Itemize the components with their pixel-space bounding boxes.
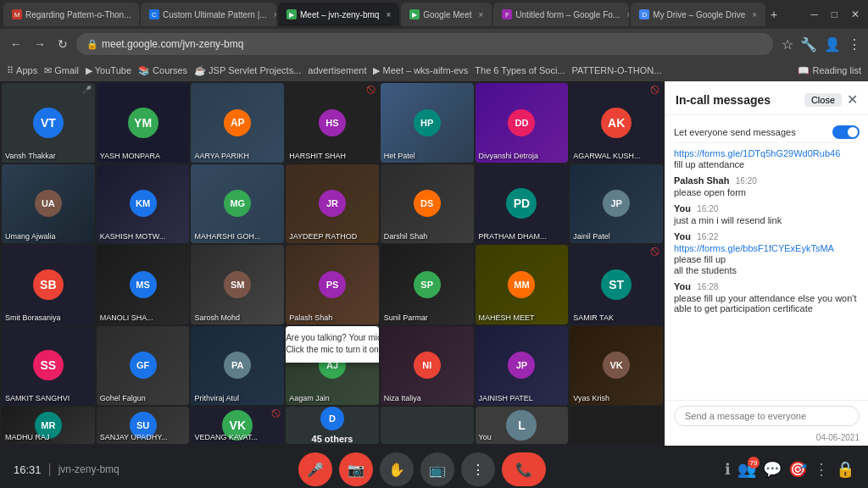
tile-aarya[interactable]: AP AARYA PARIKH: [191, 83, 284, 163]
safety-button[interactable]: 🔒: [836, 460, 854, 479]
tile-smit[interactable]: SB Smit Borasaniya: [2, 245, 95, 324]
tile-sanjay[interactable]: SU SANJAY UPADHY...: [97, 407, 190, 444]
new-tab-button[interactable]: +: [771, 8, 777, 21]
tile-prithvi[interactable]: PA Prithviraj Atul: [191, 326, 284, 406]
end-call-button[interactable]: 📞: [502, 452, 546, 486]
apps-bookmark[interactable]: ⠿ Apps: [7, 65, 37, 76]
close-window-button[interactable]: ✕: [846, 8, 865, 20]
tile-sarosh[interactable]: SM Sarosh Mohd: [191, 245, 284, 324]
tile-harshit[interactable]: HS HARSHIT SHAH 🚫: [286, 83, 379, 163]
extensions-button[interactable]: 🔧: [800, 36, 817, 53]
tile-het[interactable]: HP Het Patel: [381, 83, 474, 163]
info-button[interactable]: ℹ: [725, 460, 731, 479]
tile-sunil[interactable]: SP Sunil Parmar: [381, 245, 474, 324]
tile-jaydeep[interactable]: JR JAYDEEP RATHOD: [286, 164, 379, 244]
tab-close-2[interactable]: ×: [274, 10, 276, 19]
tab-5[interactable]: F Untitled form – Google Fo... ×: [493, 3, 629, 26]
tile-gohel[interactable]: GF Gohel Falgun: [97, 326, 190, 406]
ad-bookmark[interactable]: advertisement: [308, 65, 366, 75]
panel-close-button[interactable]: Close: [804, 93, 842, 107]
tile-name-sarosh: Sarosh Mohd: [194, 313, 240, 322]
tile-manoli[interactable]: MS MANOLI SHA...: [97, 245, 190, 324]
activities-button[interactable]: 🎯: [788, 460, 807, 479]
tab-6[interactable]: D My Drive – Google Drive ×: [631, 3, 765, 26]
tile-samir[interactable]: ST SAMIR TAK 🚫: [570, 245, 663, 324]
tile-darshil[interactable]: DS Darshil Shah: [381, 164, 474, 244]
menu-button[interactable]: ⋮: [848, 36, 861, 53]
profile-button[interactable]: 👤: [824, 36, 841, 53]
tile-niza[interactable]: NI Niza Italiya: [381, 326, 474, 406]
meet-bookmark[interactable]: ▶ Meet – wks-aifm-evs: [373, 65, 468, 76]
chat-link-1[interactable]: https://forms.gle/1DTq5hG29Wd0Rub46: [674, 148, 860, 158]
others-count: 45 others: [312, 434, 353, 444]
tab-close-1[interactable]: ×: [138, 10, 139, 19]
tile-mahesh[interactable]: MM MAHESH MEET: [476, 245, 569, 324]
avatar-others-d: D: [320, 407, 344, 430]
tile-name-samir: SAMIR TAK: [573, 313, 614, 322]
raise-hand-button[interactable]: ✋: [380, 452, 414, 486]
tab-close-6[interactable]: ×: [752, 10, 757, 19]
message-input[interactable]: [674, 406, 860, 426]
tile-jainish[interactable]: JP JAINISH PATEL: [476, 326, 569, 406]
tile-jainil[interactable]: JP Jainil Patel: [570, 164, 663, 244]
tile-name-vyas: Vyas Krish: [573, 394, 609, 402]
avatar-darshil: DS: [414, 190, 441, 217]
tile-pratham[interactable]: PD PRATHAM DHAM...: [476, 164, 569, 244]
more-options-button[interactable]: ⋮: [461, 452, 495, 486]
mute-button[interactable]: 🎤: [298, 452, 332, 486]
tile-samkit[interactable]: SS SAMKIT SANGHVI: [2, 326, 95, 406]
gmail-bookmark[interactable]: ✉ Gmail: [44, 65, 79, 76]
tile-divyanshi[interactable]: DD Divyanshi Detroja: [476, 83, 569, 163]
tile-vedang[interactable]: VK VEDANG KAVAT... 🚫: [191, 407, 284, 444]
social-bookmark[interactable]: The 6 Types of Soci...: [475, 65, 565, 75]
tile-name-aagam: Aagam Jain: [289, 394, 330, 402]
tile-aagam[interactable]: AJ Aagam Jain ✕ Are you talking? Your mi…: [286, 326, 379, 406]
tile-yash[interactable]: YM YASH MONPARA: [97, 83, 190, 163]
avatar-harshit: HS: [319, 109, 346, 136]
tile-you[interactable]: L You: [476, 407, 569, 444]
messages-area: Let everyone send messages https://forms…: [665, 115, 868, 400]
tab-close-3[interactable]: ×: [386, 10, 391, 19]
tile-agarwal[interactable]: AK AGARWAL KUSH... 🚫: [570, 83, 663, 163]
bookmark-button[interactable]: ☆: [782, 36, 793, 53]
youtube-bookmark[interactable]: ▶ YouTube: [86, 65, 131, 76]
reload-button[interactable]: ↻: [54, 36, 71, 53]
tile-others[interactable]: D 45 others: [286, 407, 379, 444]
back-button[interactable]: ←: [7, 36, 25, 53]
minimize-button[interactable]: ─: [805, 8, 823, 20]
participants-button[interactable]: 👥 79: [737, 460, 756, 479]
tile-madhu[interactable]: MR MADHU RAJ: [2, 407, 95, 444]
tile-vansh[interactable]: VT Vansh Thakkar 🎤: [2, 83, 95, 163]
tile-vyas[interactable]: VK Vyas Krish: [570, 326, 663, 406]
tile-kashish[interactable]: KM KASHISH MOTW...: [97, 164, 190, 244]
present-button[interactable]: 📺: [420, 452, 454, 486]
maximize-button[interactable]: □: [826, 8, 843, 20]
video-off-button[interactable]: 📷: [339, 452, 373, 486]
more-button[interactable]: ⋮: [814, 460, 829, 479]
tile-name-gohel: Gohel Falgun: [100, 394, 146, 402]
tile-umang[interactable]: UA Umang Ajwalia: [2, 164, 95, 244]
chat-link-4[interactable]: https://forms.gle/bbsF1fCYExEykTsMA: [674, 243, 860, 253]
tab-close-5[interactable]: ×: [626, 10, 629, 19]
tab-3[interactable]: ▶ Meet – jvn-zeny-bmq ×: [278, 3, 399, 26]
tile-empty1: [381, 407, 474, 444]
chat-button[interactable]: 💬: [763, 460, 782, 479]
reading-list[interactable]: 📖 Reading list: [798, 65, 861, 76]
courses-bookmark[interactable]: 📚 Courses: [138, 65, 187, 76]
url-bar[interactable]: 🔒 meet.google.com/jvn-zeny-bmq: [76, 33, 773, 55]
avatar-niza: NI: [414, 352, 441, 379]
jsp-bookmark[interactable]: ☕ JSP Servlet Projects...: [194, 65, 301, 76]
pattern-bookmark[interactable]: PATTERN-O-THON...: [572, 65, 662, 75]
tab-2[interactable]: C Custom Ultimate Pattern |... ×: [141, 3, 276, 26]
forward-button[interactable]: →: [31, 36, 49, 53]
toggle-everyone[interactable]: [832, 125, 860, 139]
tab-favicon-2: C: [149, 9, 159, 19]
tab-close-4[interactable]: ×: [478, 10, 483, 19]
tile-name-smit: Smit Borasaniya: [5, 313, 61, 322]
panel-x-button[interactable]: ✕: [847, 92, 858, 108]
tile-maharshi[interactable]: MG MAHARSHI GOH...: [191, 164, 284, 244]
tab-4[interactable]: ▶ Google Meet ×: [401, 3, 492, 26]
tile-palash[interactable]: PS Palash Shah: [286, 245, 379, 324]
chat-sender-5: You: [674, 281, 691, 291]
tab-1[interactable]: M Regarding Pattern-o-Thon... ×: [3, 3, 139, 26]
